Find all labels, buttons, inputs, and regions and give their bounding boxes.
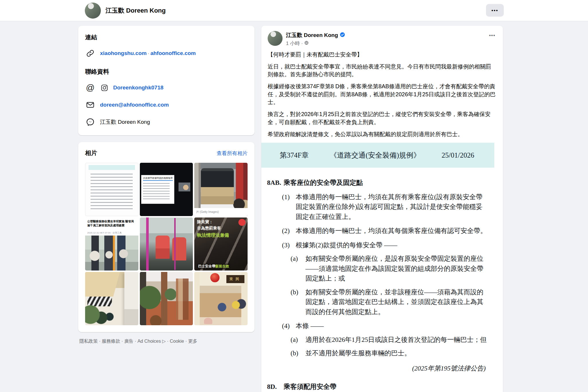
header-more-options-button[interactable]: ••• bbox=[486, 4, 504, 17]
regulation-date: 25/01/2026 bbox=[442, 151, 474, 159]
footer-ads-link[interactable]: 廣告 bbox=[124, 339, 137, 344]
link-icon bbox=[85, 48, 95, 58]
links-section-title: 連結 bbox=[85, 33, 248, 41]
footer-adchoices-link[interactable]: Ad Choices ▷ bbox=[138, 339, 170, 344]
clause-8ab-3: (3) 根據第(2)款提供的每條安全帶 —— bbox=[267, 240, 489, 250]
footer-cookie-link[interactable]: Cookie bbox=[170, 339, 188, 344]
footer-more-link[interactable]: 更多 bbox=[188, 339, 197, 344]
post-more-options-button[interactable]: ••• bbox=[489, 33, 495, 38]
legal-notice-8ab: (2025年第195號法律公告) bbox=[267, 364, 486, 374]
intro-card: 連結 xiaohongshu.com·ahfoonoffice.com 聯絡資料 bbox=[78, 26, 254, 135]
post-author-meta: 江玉歡 Doreen Kong 1 小時 · bbox=[286, 31, 345, 47]
clause-8ab-4: (4) 本條 —— bbox=[267, 321, 489, 331]
email-row: doreen@ahfoonoffice.com bbox=[85, 100, 248, 110]
post-paragraph-1: 近日，就巴士配戴安全帶事宜，市民紛紛表達不同意見。今日有市民問我最新修例的相關罰… bbox=[268, 63, 497, 79]
profile-avatar[interactable] bbox=[85, 3, 101, 19]
post-meta-row: 1 小時 · bbox=[286, 40, 345, 47]
legal-footer: 隱私政策服務條款廣告Ad Choices ▷Cookie更多 bbox=[78, 338, 254, 344]
photos-card-header: 相片 查看所有相片 bbox=[85, 149, 248, 157]
footer-terms-link[interactable]: 服務條款 bbox=[102, 339, 124, 344]
meta-dot: · bbox=[301, 41, 303, 46]
globe-privacy-icon bbox=[304, 41, 309, 46]
instagram-icon bbox=[100, 83, 109, 93]
poster-line-3: 執法情理法兼備 bbox=[197, 232, 229, 238]
photo-thumbnail-regulation-doc[interactable] bbox=[85, 163, 138, 216]
footer-privacy-link[interactable]: 隱私政策 bbox=[79, 339, 102, 344]
photos-section-title: 相片 bbox=[85, 149, 97, 157]
clause-8ab-2: (2) 本條適用的每一輛巴士，均須在其每個乘客座位備有認可安全帶。 bbox=[267, 226, 489, 236]
email-icon bbox=[85, 100, 95, 110]
poster-banner: 巴士安全帶新規生效 bbox=[197, 264, 230, 269]
post-title: 【何時才要罰｜未有配戴巴士安全帶】 bbox=[268, 51, 497, 59]
photo-thumbnail-corridor[interactable] bbox=[140, 272, 193, 325]
photo-thumbnail-news-article[interactable]: 公營醫療服務收費改革明實施 醫管局逾千員工解答查詢及處理繳費 2025-12-3… bbox=[85, 217, 138, 271]
webinar-slide-title: 涉及樓宇維修問題的相關報導 bbox=[143, 177, 173, 181]
profile-header-bar: 江玉歡 Doreen Kong ••• bbox=[0, 0, 588, 21]
messenger-row: 江玉歡 Doreen Kong bbox=[85, 117, 248, 127]
photos-card: 相片 查看所有相片 涉及樓宇維修問題的相關報導 片 (Getty Images) bbox=[78, 142, 254, 332]
clause-8ab-4a: (a) 適用於在2026年1月25日或該日之後首次登記的每一輛巴士；但 bbox=[267, 335, 489, 345]
clause-8ab-3a: (a) 如有關安全帶所屬的座位，是設有原裝安全帶固定裝置的座位——須適當地固定在… bbox=[267, 254, 489, 284]
messenger-name: 江玉歡 Doreen Kong bbox=[100, 118, 150, 126]
contact-section-title: 聯絡資料 bbox=[85, 68, 248, 76]
post-author-avatar[interactable] bbox=[268, 31, 283, 46]
post-attached-image[interactable]: 第374F章 《道路交通(安全裝備)規例》 25/01/2026 8AB. 乘客… bbox=[261, 143, 503, 392]
section-8ab-heading: 8AB. 乘客座位的安全帶及固定點 bbox=[267, 178, 489, 188]
facebook-profile-page: 江玉歡 Doreen Kong ••• 連結 xiaohongshu.com· bbox=[0, 0, 588, 392]
website-link-xiaohongshu[interactable]: xiaohongshu.com bbox=[100, 50, 147, 56]
instagram-row: @ Doreenkonghk0718 bbox=[85, 83, 248, 93]
clause-8ab-3b: (b) 如有關安全帶所屬的座位，並非該種座位——須藉為其而設的固定點，適當地固定… bbox=[267, 287, 489, 317]
post-paragraph-2: 根據經修改後第374F章第8 D條，乘客乘坐第8AB條適用的巴士座位，才會有配戴… bbox=[268, 83, 497, 106]
photo-thumbnail-bus-street[interactable]: 片 (Getty Images) bbox=[194, 163, 248, 216]
poster-line-2: 非為懲罰乘客 bbox=[197, 226, 221, 231]
post-paragraph-4: 希望政府能解說清楚條文，免公眾誤以為有關配戴的規定罰則適用於所有巴士。 bbox=[268, 130, 497, 138]
regulation-title: 《道路交通(安全裝備)規例》 bbox=[330, 150, 421, 160]
post-column: 江玉歡 Doreen Kong 1 小時 · bbox=[261, 26, 503, 392]
photo-caption: 片 (Getty Images) bbox=[194, 208, 248, 216]
photo-thumbnail-webinar[interactable]: 涉及樓宇維修問題的相關報導 bbox=[140, 163, 193, 216]
clause-8ab-4b: (b) 並不適用於屬學生服務車輛的巴士。 bbox=[267, 348, 489, 358]
regulation-chapter: 第374F章 bbox=[280, 150, 309, 160]
photo-grid: 涉及樓宇維修問題的相關報導 片 (Getty Images) 公營醫療服務收費改… bbox=[85, 163, 248, 325]
page-content: 連結 xiaohongshu.com·ahfoonoffice.com 聯絡資料 bbox=[0, 21, 588, 392]
website-link-ahfoonoffice[interactable]: ahfoonoffice.com bbox=[150, 50, 196, 56]
post-card: 江玉歡 Doreen Kong 1 小時 · bbox=[261, 26, 503, 392]
news-headline: 公營醫療服務收費改革明實施 醫管局逾千員工解答查詢及處理繳費 bbox=[87, 219, 136, 227]
post-author-name[interactable]: 江玉歡 Doreen Kong bbox=[286, 32, 338, 39]
ellipsis-icon: ••• bbox=[491, 8, 498, 13]
messenger-icon bbox=[85, 117, 95, 127]
clause-8ab-1: (1) 本條適用的每一輛巴士，均須在其所有乘客座位(設有原裝安全帶固定裝置的座位… bbox=[267, 192, 489, 222]
email-link[interactable]: doreen@ahfoonoffice.com bbox=[100, 102, 169, 108]
regulation-document-text: 8AB. 乘客座位的安全帶及固定點 (1) 本條適用的每一輛巴士，均須在其所有乘… bbox=[261, 168, 503, 392]
photo-thumbnail-seatbelt-poster[interactable]: 陳美寶： 非為懲罰乘客 執法情理法兼備 巴士安全帶新規生效 bbox=[194, 217, 248, 271]
photo-thumbnail-shopfront[interactable]: 東興 bbox=[194, 272, 248, 325]
regulation-header-band: 第374F章 《道路交通(安全裝備)規例》 25/01/2026 bbox=[261, 143, 494, 168]
post-paragraph-3: 換言之，對於2026年1月25日之前首次登記的巴士，縱使它們有安裝安全帶，乘客為… bbox=[268, 110, 497, 126]
see-all-photos-link[interactable]: 查看所有相片 bbox=[217, 150, 248, 157]
websites-row: xiaohongshu.com·ahfoonoffice.com bbox=[85, 48, 248, 58]
news-meta: 2025-12-31 HKT 07:04 · 分享工具 bbox=[87, 231, 136, 234]
link-separator: · bbox=[148, 51, 149, 56]
section-8d-heading: 8D. 乘客須配用安全帶 bbox=[267, 382, 489, 392]
post-body: 【何時才要罰｜未有配戴巴士安全帶】 近日，就巴士配戴安全帶事宜，市民紛紛表達不同… bbox=[261, 51, 503, 138]
photo-thumbnail-bus-seats[interactable] bbox=[140, 217, 193, 271]
website-links: xiaohongshu.com·ahfoonoffice.com bbox=[100, 50, 196, 56]
bus-shape bbox=[201, 168, 234, 204]
webinar-slide-text-lines bbox=[143, 183, 170, 201]
profile-name: 江玉歡 Doreen Kong bbox=[105, 6, 166, 15]
profile-sidebar: 連結 xiaohongshu.com·ahfoonoffice.com 聯絡資料 bbox=[78, 26, 254, 344]
poster-line-1: 陳美寶： bbox=[197, 219, 213, 225]
verified-badge-icon bbox=[340, 32, 345, 38]
instagram-handle-link[interactable]: Doreenkonghk0718 bbox=[113, 85, 163, 91]
shop-sign: 東興 bbox=[226, 275, 244, 283]
at-icon: @ bbox=[85, 83, 95, 93]
post-header: 江玉歡 Doreen Kong 1 小時 · bbox=[261, 31, 503, 47]
photo-thumbnail-cafe[interactable] bbox=[85, 272, 138, 325]
post-timestamp[interactable]: 1 小時 bbox=[286, 40, 300, 47]
